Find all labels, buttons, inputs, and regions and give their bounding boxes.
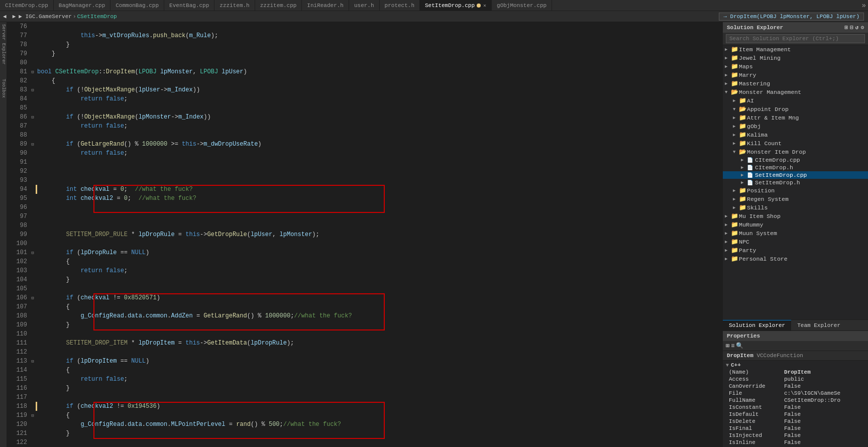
props-subject-type: VCCodeFunction: [756, 353, 803, 359]
server-explorer-icon[interactable]: Server Explorer: [1, 24, 6, 65]
props-key-isconstant: IsConstant: [729, 404, 784, 410]
code-line-96: [37, 203, 722, 212]
code-container[interactable]: 76 77 78 79 80 81 82 83 84 85 86 87 88 8…: [7, 22, 722, 447]
tree-item-management[interactable]: ▶ 📁 Item Management: [723, 45, 868, 54]
method-selector[interactable]: → DropItem(LPOBJ lpMonster, LPOBJ lpUser…: [719, 13, 864, 21]
tree-item-appoint-drop[interactable]: ▼ 📂 Appoint Drop: [723, 105, 868, 114]
se-icon-3[interactable]: ↺: [855, 24, 859, 31]
tree-item-attr[interactable]: ▶ 📁 Attr & Item Mng: [723, 114, 868, 122]
fold-118[interactable]: ⊟: [28, 411, 37, 420]
tree-item-maps[interactable]: ▶ 📁 Maps: [723, 62, 868, 71]
props-section-cpp[interactable]: ▼ C++: [723, 362, 868, 369]
line-numbers: 76 77 78 79 80 81 82 83 84 85 86 87 88 8…: [7, 22, 28, 447]
tree-item-position[interactable]: ▶ 📁 Position: [723, 186, 868, 195]
tab-commonbag-cpp[interactable]: CommonBag.cpp: [111, 0, 164, 11]
props-row-isinline: IsInline False: [723, 439, 868, 446]
se-icon-1[interactable]: ⊞: [845, 24, 848, 31]
properties-toolbar: ⊞ ≡ 🔍: [723, 341, 868, 351]
tree-item-skills[interactable]: ▶ 📁 Skills: [723, 203, 868, 212]
tree-item-setitemdrop-h[interactable]: ▶ 📄 SetItemDrop.h: [723, 179, 868, 186]
tab-inireader-h[interactable]: IniReader.h: [302, 0, 349, 11]
tree-item-npc[interactable]: ▶ 📁 NPC: [723, 238, 868, 246]
tab-bagmanager-cpp[interactable]: BagManager.cpp: [54, 0, 111, 11]
tree-item-murummy[interactable]: ▶ 📁 MuRummy: [723, 220, 868, 229]
props-row-canoverride: CanOverride False: [723, 383, 868, 390]
props-val-isconstant: False: [784, 404, 868, 410]
code-line-115: return false;: [37, 375, 722, 384]
nav-bar: ◀ ▶ ▶ IGC.GameServer › CSetItemDrop → Dr…: [0, 11, 868, 22]
code-line-105: [37, 284, 722, 293]
editor-wrapper: 76 77 78 79 80 81 82 83 84 85 86 87 88 8…: [7, 22, 722, 447]
tab-setitemdrop-cpp[interactable]: SetItemDrop.cpp ✕: [420, 0, 492, 11]
folder-icon-management: 📁: [731, 46, 739, 53]
tree-item-jewel[interactable]: ▶ 📁 Jewel Mining: [723, 54, 868, 62]
tree-item-muun[interactable]: ▶ 📁 Muun System: [723, 229, 868, 238]
tab-team-explorer[interactable]: Team Explorer: [791, 320, 846, 330]
expand-item-management: ▶: [725, 47, 731, 52]
tree-item-personal-store[interactable]: ▶ 📁 Personal Store: [723, 255, 868, 263]
tab-zzzitem-h[interactable]: zzzitem.h: [214, 0, 255, 11]
tree-item-monster-item-drop[interactable]: ▼ 📂 Monster Item Drop: [723, 148, 868, 156]
tree-item-mastering[interactable]: ▶ 📁 Mastering: [723, 79, 868, 88]
tab-zzzitem-cpp[interactable]: zzzitem.cpp: [255, 0, 302, 11]
code-line-81: bool CSetItemDrop::DropItem(LPOBJ lpMons…: [37, 67, 722, 76]
code-line-121: }: [37, 429, 722, 438]
props-icon-2[interactable]: ≡: [731, 343, 734, 350]
tab-solution-explorer[interactable]: Solution Explorer: [723, 320, 791, 330]
fold-83[interactable]: ⊟: [28, 85, 37, 94]
tree-item-kill-count[interactable]: ▶ 📁 Kill Count: [723, 139, 868, 148]
props-icon-1[interactable]: ⊞: [726, 342, 729, 350]
se-icon-2[interactable]: ⊟: [850, 24, 853, 31]
editor-area: 76 77 78 79 80 81 82 83 84 85 86 87 88 8…: [7, 22, 722, 447]
tree-item-citemdrop-h[interactable]: ▶ 📄 CItemDrop.h: [723, 164, 868, 171]
tree-item-marry[interactable]: ▶ 📁 Marry: [723, 71, 868, 79]
code-line-103: return false;: [37, 266, 722, 275]
nav-back-icon[interactable]: ◀: [0, 13, 10, 20]
code-line-97: [37, 212, 722, 221]
fold-106[interactable]: ⊟: [28, 293, 37, 302]
tab-eventbag-cpp[interactable]: EventBag.cpp: [164, 0, 214, 11]
solution-tree[interactable]: ▶ 📁 Item Management ▶ 📁 Jewel Mining ▶ 📁…: [723, 45, 868, 319]
file-icon-citemdrop-cpp: 📄: [747, 157, 755, 163]
props-row-name: (Name) DropItem: [723, 369, 868, 376]
right-panel: Solution Explorer ⊞ ⊟ ↺ ⚙ ▶ 📁 Item Manag…: [722, 22, 868, 447]
tree-item-mu-item-shop[interactable]: ▶ 📁 Mu Item Shop: [723, 212, 868, 220]
tab-gobjmonster-cpp[interactable]: gObjMonster.cpp: [492, 0, 552, 11]
tree-item-gobj[interactable]: ▶ 📁 gObj: [723, 122, 868, 131]
props-row-isdefault: IsDefault False: [723, 411, 868, 418]
props-val-file: c:\S9\IGCN\GameSe: [784, 390, 868, 396]
tree-item-setitemdrop-cpp[interactable]: ▶ 📄 SetItemDrop.cpp: [723, 171, 868, 179]
tree-item-party[interactable]: ▶ 📁 Party: [723, 246, 868, 255]
code-text-area[interactable]: this->m_vtDropRules.push_back(m_Rule); }…: [37, 22, 722, 447]
folder-icon-attr: 📁: [739, 114, 747, 122]
props-search-icon[interactable]: 🔍: [736, 342, 743, 350]
folder-icon-monster-item-drop: 📂: [739, 148, 747, 156]
search-input[interactable]: [726, 34, 865, 43]
properties-content: ▼ C++ (Name) DropItem Access public CanO…: [723, 361, 868, 447]
se-icon-4[interactable]: ⚙: [860, 24, 864, 31]
fold-86[interactable]: ⊟: [28, 113, 37, 122]
tree-item-monster-management[interactable]: ▼ 📂 Monster Management: [723, 88, 868, 96]
tab-citemdrop-cpp[interactable]: CItemDrop.cpp: [0, 0, 54, 11]
tree-item-regen[interactable]: ▶ 📁 Regen System: [723, 195, 868, 203]
tab-protect-h[interactable]: protect.h: [380, 0, 420, 11]
fold-81[interactable]: ⊟: [28, 67, 37, 76]
tab-close-icon[interactable]: ✕: [483, 3, 486, 9]
properties-header: Properties: [723, 331, 868, 341]
tree-item-citemdrop-cpp[interactable]: ▶ 📄 CItemDrop.cpp: [723, 156, 868, 164]
code-line-120: g_ConfigRead.data.common.MLPointPerLevel…: [37, 420, 722, 429]
tab-scroll-arrows[interactable]: »: [860, 2, 868, 10]
tree-item-kalima[interactable]: ▶ 📁 Kalima: [723, 131, 868, 139]
fold-101[interactable]: ⊟: [28, 248, 37, 257]
code-line-122: [37, 438, 722, 447]
folder-icon-muun: 📁: [731, 230, 739, 237]
tab-user-h[interactable]: user.h: [349, 0, 380, 11]
fold-113[interactable]: ⊟: [28, 357, 37, 366]
right-panel-bottom-tabs: Solution Explorer Team Explorer: [723, 319, 868, 330]
fold-89[interactable]: ⊟: [28, 140, 37, 149]
nav-forward-icon[interactable]: ▶: [10, 13, 19, 20]
props-val-access: public: [784, 376, 868, 382]
tree-item-ai[interactable]: ▶ 📁 AI: [723, 96, 868, 105]
code-line-113: if (lpDropItem == NULL): [37, 357, 722, 366]
toolbox-icon[interactable]: Toolbox: [1, 79, 6, 98]
